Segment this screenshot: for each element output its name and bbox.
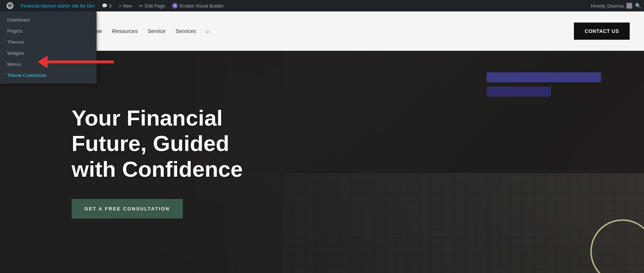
dashboard-menu-item[interactable]: Dashboard <box>0 14 97 25</box>
user-avatar <box>626 3 632 9</box>
nav-services[interactable]: Services <box>176 28 196 34</box>
contact-us-button[interactable]: CONTACT US <box>574 23 630 40</box>
red-arrow <box>38 55 114 68</box>
arrow-head <box>38 55 48 68</box>
site-title-link[interactable]: Financial Advisor starter site for Divi <box>17 0 98 11</box>
edit-page-button[interactable]: ✏ Edit Page <box>136 0 169 11</box>
hero-content: Your Financial Future, Guided with Confi… <box>0 105 250 219</box>
admin-bar: W Financial Advisor starter site for Div… <box>0 0 644 11</box>
admin-bar-left: W Financial Advisor starter site for Div… <box>3 0 591 11</box>
comments-button[interactable]: 💬 0 <box>98 0 115 11</box>
plugins-menu-item[interactable]: Plugins <box>0 25 97 36</box>
screen-bar-2 <box>487 87 551 97</box>
nav-resources[interactable]: Resources <box>112 28 138 34</box>
admin-dropdown-menu: Dashboard Plugins Themes Widgets Menus T… <box>0 11 97 84</box>
themes-menu-item[interactable]: Themes <box>0 36 97 48</box>
theme-customizer-menu-item[interactable]: Theme Customizer <box>0 70 97 81</box>
new-button[interactable]: + New <box>115 0 136 11</box>
arrow-shaft <box>48 60 114 63</box>
search-icon[interactable]: 🔍 <box>635 3 641 9</box>
hero-section: Your Financial Future, Guided with Confi… <box>0 51 644 273</box>
comment-icon: 💬 <box>102 3 107 8</box>
nav-search-icon[interactable]: ⌕ <box>206 28 210 34</box>
hero-heading: Your Financial Future, Guided with Confi… <box>72 105 250 182</box>
site-header: About Blog Contact Home Resources Servic… <box>0 11 644 51</box>
enable-visual-builder-button[interactable]: D Enable Visual Builder <box>169 0 227 11</box>
screen-bar-1 <box>487 72 601 82</box>
admin-bar-right: Howdy, Deanna 🔍 <box>591 3 641 9</box>
divi-icon: D <box>172 3 178 9</box>
wp-logo-icon: W <box>6 2 14 9</box>
hero-cta-button[interactable]: GET A FREE CONSULTATION <box>72 199 183 219</box>
nav-service[interactable]: Service <box>148 28 166 34</box>
screen-decorations <box>487 72 601 97</box>
wp-logo-button[interactable]: W <box>3 0 17 11</box>
